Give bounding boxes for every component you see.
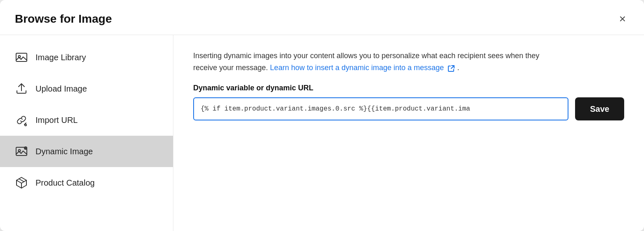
modal-body: Image Library Upload Image — [0, 35, 644, 231]
svg-rect-0 — [16, 53, 27, 61]
sidebar-item-dynamic-image-label: Dynamic Image — [36, 147, 93, 156]
description-text: Inserting dynamic images into your conte… — [193, 50, 565, 74]
field-section: Dynamic variable or dynamic URL Save — [193, 84, 624, 120]
browse-for-image-modal: Browse for Image × Image Library — [0, 0, 644, 231]
sidebar-item-upload-image-label: Upload Image — [36, 84, 87, 94]
learn-more-link[interactable]: Learn how to insert a dynamic image into… — [270, 64, 457, 72]
image-library-icon — [15, 51, 28, 64]
sidebar-item-import-url[interactable]: Import URL — [0, 104, 173, 136]
sidebar: Image Library Upload Image — [0, 35, 173, 231]
svg-line-10 — [451, 66, 454, 68]
svg-point-3 — [25, 124, 26, 126]
modal-title: Browse for Image — [15, 12, 112, 26]
field-label: Dynamic variable or dynamic URL — [193, 84, 624, 92]
link-icon — [15, 113, 28, 127]
cube-icon — [15, 176, 28, 189]
dynamic-url-input[interactable] — [193, 97, 568, 120]
sidebar-item-dynamic-image[interactable]: Dynamic Image — [0, 136, 173, 167]
upload-icon — [15, 82, 28, 95]
sidebar-item-image-library[interactable]: Image Library — [0, 42, 173, 73]
main-content: Inserting dynamic images into your conte… — [173, 35, 644, 231]
close-button[interactable]: × — [616, 12, 629, 26]
sidebar-item-product-catalog[interactable]: Product Catalog — [0, 167, 173, 198]
sidebar-item-product-catalog-label: Product Catalog — [36, 178, 95, 188]
save-button[interactable]: Save — [575, 97, 624, 120]
dynamic-image-icon — [15, 145, 28, 158]
sidebar-item-upload-image[interactable]: Upload Image — [0, 73, 173, 104]
svg-line-9 — [19, 179, 24, 182]
sidebar-item-import-url-label: Import URL — [36, 116, 78, 125]
external-link-icon — [447, 62, 455, 74]
input-row: Save — [193, 97, 624, 120]
sidebar-item-image-library-label: Image Library — [36, 53, 86, 62]
modal-header: Browse for Image × — [0, 0, 644, 35]
